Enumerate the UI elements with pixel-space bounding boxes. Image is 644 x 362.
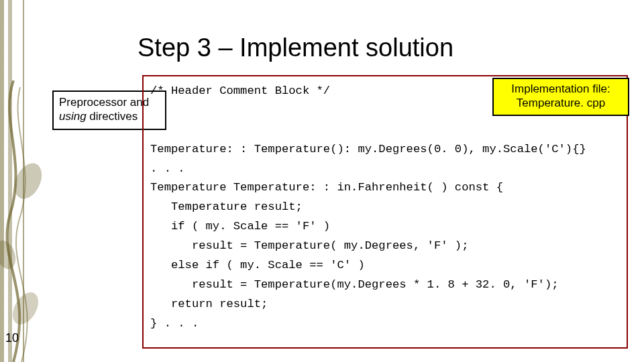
file-label-line2: Temperature. cpp (517, 97, 605, 109)
preprocessor-line1: Preprocessor and (59, 96, 149, 109)
code-block: /* Header Comment Block */ Temperature: … (142, 75, 628, 349)
preprocessor-line2-italic: using (59, 110, 87, 123)
file-label-line1: Implementation file: (511, 82, 610, 95)
slide-title: Step 3 – Implement solution (138, 34, 453, 62)
implementation-file-label: Implementation file: Temperature. cpp (492, 78, 629, 116)
page-number: 10 (5, 331, 19, 345)
preprocessor-line2-rest: directives (87, 110, 138, 123)
slide: Step 3 – Implement solution Preprocessor… (0, 0, 644, 362)
svg-point-2 (7, 288, 44, 328)
